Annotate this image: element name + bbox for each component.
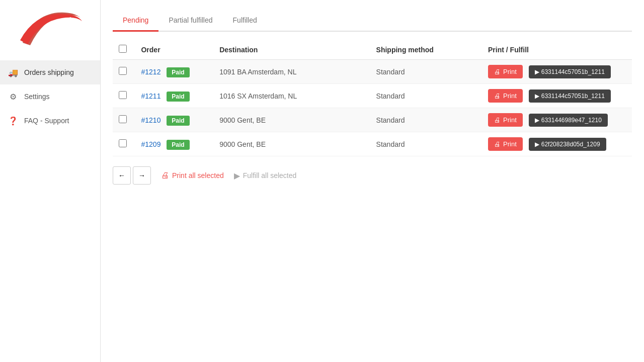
fulfill-code-1: 6331144c57051b_1211 xyxy=(541,93,605,100)
fulfill-all-label: Fulfill all selected xyxy=(243,171,297,179)
print-all-icon: 🖨 xyxy=(161,171,169,180)
destination-cell-3: 9000 Gent, BE xyxy=(213,132,370,156)
shipping-cell-0: Standard xyxy=(370,60,482,84)
print-button-3[interactable]: 🖨 Print xyxy=(488,137,523,151)
table-row: #1211 Paid 1016 SX Amsterdam, NL Standar… xyxy=(113,84,632,108)
print-icon-2: 🖨 xyxy=(494,116,501,124)
action-cell-1: 🖨 Print ▶ 6331144c57051b_1211 xyxy=(482,84,632,108)
sidebar-nav: 🚚 Orders shipping ⚙ Settings ❓ FAQ - Sup… xyxy=(0,60,100,133)
content-area: Pending Partial fulfilled Fulfilled Orde… xyxy=(101,0,644,362)
order-link-1[interactable]: #1211 xyxy=(141,92,160,100)
sidebar-item-settings-label: Settings xyxy=(24,93,50,101)
select-all-checkbox[interactable] xyxy=(119,45,127,53)
row-checkbox-cell-3 xyxy=(113,132,135,156)
row-checkbox-0[interactable] xyxy=(119,67,127,75)
fulfill-all-selected-button[interactable]: ▶ Fulfill all selected xyxy=(234,171,297,180)
fulfill-button-2[interactable]: ▶ 6331446989e47_1210 xyxy=(529,114,608,127)
print-all-selected-button[interactable]: 🖨 Print all selected xyxy=(161,171,224,180)
orders-table: Order Destination Shipping method Print … xyxy=(113,40,632,156)
order-cell-1: #1211 Paid xyxy=(135,84,213,108)
destination-header: Destination xyxy=(213,40,370,60)
print-label-3: Print xyxy=(503,140,517,148)
order-link-3[interactable]: #1209 xyxy=(141,140,160,148)
main-content: Pending Partial fulfilled Fulfilled Orde… xyxy=(101,0,644,362)
print-label-1: Print xyxy=(503,92,517,100)
order-link-0[interactable]: #1212 xyxy=(141,68,160,76)
pagination: ← → xyxy=(113,166,151,185)
order-link-2[interactable]: #1210 xyxy=(141,116,160,124)
fulfill-all-icon: ▶ xyxy=(234,171,240,180)
row-checkbox-cell-1 xyxy=(113,84,135,108)
order-cell-0: #1212 Paid xyxy=(135,60,213,84)
row-checkbox-2[interactable] xyxy=(119,115,127,123)
action-cell-0: 🖨 Print ▶ 6331144c57051b_1211 xyxy=(482,60,632,84)
table-row: #1212 Paid 1091 BA Amsterdam, NL Standar… xyxy=(113,60,632,84)
fulfill-button-1[interactable]: ▶ 6331144c57051b_1211 xyxy=(529,89,611,103)
shipping-cell-3: Standard xyxy=(370,132,482,156)
order-cell-2: #1210 Paid xyxy=(135,108,213,132)
sidebar-item-orders-shipping-label: Orders shipping xyxy=(24,68,74,76)
status-badge-0: Paid xyxy=(167,67,189,77)
fulfill-arrow-icon-2: ▶ xyxy=(535,117,539,124)
print-button-1[interactable]: 🖨 Print xyxy=(488,89,523,103)
select-all-header xyxy=(113,40,135,60)
next-page-button[interactable]: → xyxy=(133,166,151,185)
brand-logo xyxy=(18,10,83,50)
row-checkbox-cell-2 xyxy=(113,108,135,132)
row-checkbox-3[interactable] xyxy=(119,139,127,147)
table-row: #1209 Paid 9000 Gent, BE Standard 🖨 Prin… xyxy=(113,132,632,156)
question-icon: ❓ xyxy=(8,116,18,126)
sidebar-item-faq[interactable]: ❓ FAQ - Support xyxy=(0,109,100,133)
sidebar-item-faq-label: FAQ - Support xyxy=(24,117,69,125)
status-badge-1: Paid xyxy=(167,92,189,102)
gear-icon: ⚙ xyxy=(8,92,18,102)
fulfill-code-0: 6331144c57051b_1211 xyxy=(541,68,605,75)
sidebar-item-settings[interactable]: ⚙ Settings xyxy=(0,84,100,109)
fulfill-arrow-icon-1: ▶ xyxy=(535,93,539,100)
print-icon-0: 🖨 xyxy=(494,68,501,75)
print-label-0: Print xyxy=(503,68,517,75)
tab-pending[interactable]: Pending xyxy=(113,10,158,32)
tabs-bar: Pending Partial fulfilled Fulfilled xyxy=(113,10,632,32)
print-label-2: Print xyxy=(503,116,517,124)
row-checkbox-cell-0 xyxy=(113,60,135,84)
tab-partial-fulfilled[interactable]: Partial fulfilled xyxy=(158,10,222,32)
sidebar: 🚚 Orders shipping ⚙ Settings ❓ FAQ - Sup… xyxy=(0,0,101,362)
destination-cell-1: 1016 SX Amsterdam, NL xyxy=(213,84,370,108)
sidebar-item-orders-shipping[interactable]: 🚚 Orders shipping xyxy=(0,60,100,84)
fulfill-arrow-icon-3: ▶ xyxy=(535,141,539,148)
prev-page-button[interactable]: ← xyxy=(113,166,131,185)
truck-icon: 🚚 xyxy=(8,67,18,77)
bottom-bar: ← → 🖨 Print all selected ▶ Fulfill all s… xyxy=(113,166,632,185)
print-icon-1: 🖨 xyxy=(494,92,501,100)
status-badge-2: Paid xyxy=(167,116,189,126)
print-fulfill-header: Print / Fulfill xyxy=(482,40,632,60)
table-row: #1210 Paid 9000 Gent, BE Standard 🖨 Prin… xyxy=(113,108,632,132)
order-cell-3: #1209 Paid xyxy=(135,132,213,156)
tab-fulfilled[interactable]: Fulfilled xyxy=(223,10,267,32)
shipping-cell-2: Standard xyxy=(370,108,482,132)
fulfill-button-0[interactable]: ▶ 6331144c57051b_1211 xyxy=(529,65,611,78)
destination-cell-2: 9000 Gent, BE xyxy=(213,108,370,132)
print-icon-3: 🖨 xyxy=(494,140,501,148)
order-header: Order xyxy=(135,40,213,60)
fulfill-arrow-icon-0: ▶ xyxy=(535,68,539,75)
print-button-2[interactable]: 🖨 Print xyxy=(488,113,523,127)
print-all-label: Print all selected xyxy=(172,171,224,179)
status-badge-3: Paid xyxy=(167,140,189,150)
fulfill-button-3[interactable]: ▶ 62f208238d05d_1209 xyxy=(529,138,606,151)
action-cell-2: 🖨 Print ▶ 6331446989e47_1210 xyxy=(482,108,632,132)
action-cell-3: 🖨 Print ▶ 62f208238d05d_1209 xyxy=(482,132,632,156)
destination-cell-0: 1091 BA Amsterdam, NL xyxy=(213,60,370,84)
shipping-header: Shipping method xyxy=(370,40,482,60)
logo-area xyxy=(0,0,100,60)
fulfill-code-3: 62f208238d05d_1209 xyxy=(541,141,600,148)
row-checkbox-1[interactable] xyxy=(119,91,127,99)
shipping-cell-1: Standard xyxy=(370,84,482,108)
fulfill-code-2: 6331446989e47_1210 xyxy=(541,117,602,124)
print-button-0[interactable]: 🖨 Print xyxy=(488,65,523,78)
